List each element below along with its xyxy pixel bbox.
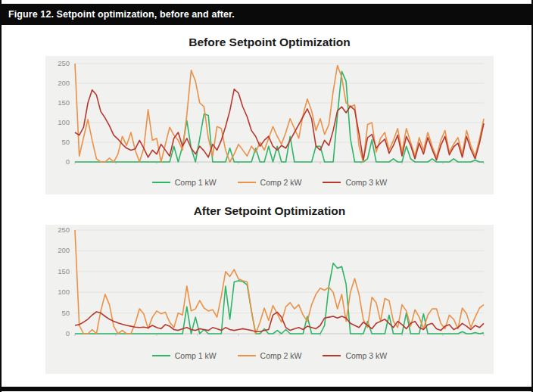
legend-label: Comp 2 kW — [260, 178, 302, 187]
y-tick-label: 50 — [45, 138, 70, 147]
after-chart-panel: 050100150200250 Comp 1 kWComp 2 kWComp 3… — [45, 225, 494, 374]
legend-item: Comp 1 kW — [152, 351, 217, 360]
y-tick-label: 200 — [45, 79, 70, 88]
after-legend: Comp 1 kWComp 2 kWComp 3 kW — [45, 351, 494, 360]
chart-title-before: Before Setpoint Optimization — [45, 36, 494, 49]
legend-item: Comp 2 kW — [238, 351, 302, 360]
before-legend: Comp 1 kWComp 2 kWComp 3 kW — [45, 178, 494, 187]
legend-line-swatch — [152, 355, 170, 356]
legend-item: Comp 1 kW — [152, 178, 217, 187]
legend-line-swatch — [323, 182, 341, 183]
y-tick-label: 100 — [45, 288, 70, 297]
y-tick-label: 150 — [45, 98, 70, 107]
figure-caption-bar: Figure 12. Setpoint optimization, before… — [2, 4, 531, 25]
figure-frame: Figure 12. Setpoint optimization, before… — [0, 0, 533, 392]
legend-line-swatch — [152, 182, 170, 183]
before-line-plot — [75, 61, 484, 166]
legend-line-swatch — [323, 355, 341, 356]
before-chart-panel: 050100150200250 Comp 1 kWComp 2 kWComp 3… — [45, 56, 494, 194]
figure-bottom-border — [2, 387, 531, 391]
y-tick-label: 100 — [45, 118, 70, 127]
legend-label: Comp 1 kW — [175, 178, 217, 187]
legend-item: Comp 3 kW — [323, 351, 387, 360]
y-tick-label: 0 — [45, 329, 70, 338]
y-tick-label: 150 — [45, 267, 70, 276]
legend-line-swatch — [238, 355, 256, 356]
legend-label: Comp 1 kW — [175, 351, 217, 360]
legend-label: Comp 3 kW — [345, 178, 387, 187]
y-tick-label: 250 — [45, 59, 70, 68]
series-comp-3-kw — [75, 89, 484, 160]
legend-label: Comp 2 kW — [260, 351, 302, 360]
y-tick-label: 0 — [45, 157, 70, 166]
y-tick-label: 50 — [45, 309, 70, 318]
legend-line-swatch — [238, 182, 256, 183]
chart-title-after: After Setpoint Optimization — [45, 204, 494, 218]
y-tick-label: 200 — [45, 246, 70, 255]
after-line-plot — [75, 227, 484, 338]
y-tick-label: 250 — [45, 226, 70, 235]
legend-item: Comp 3 kW — [323, 178, 387, 187]
figure-caption: Figure 12. Setpoint optimization, before… — [8, 9, 235, 20]
series-comp-1-kw — [75, 263, 484, 334]
legend-label: Comp 3 kW — [345, 351, 387, 360]
legend-item: Comp 2 kW — [238, 178, 302, 187]
